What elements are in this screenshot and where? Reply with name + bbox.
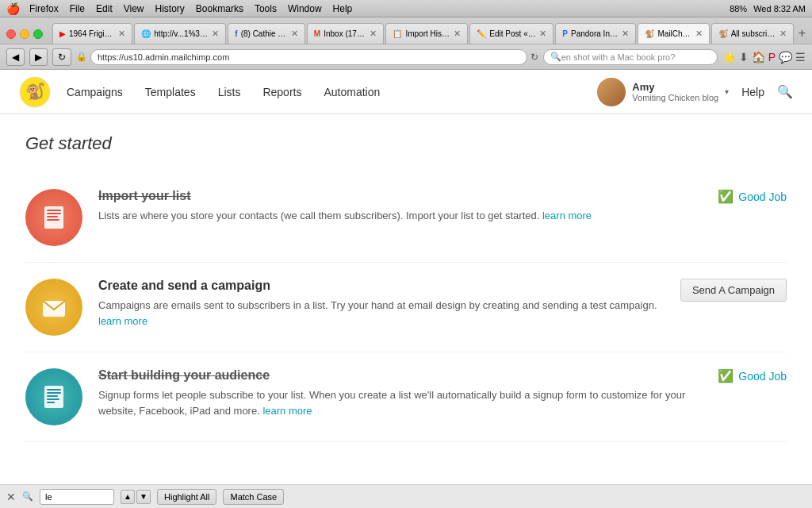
find-next-button[interactable]: ▼ xyxy=(136,490,151,504)
forward-button[interactable]: ▶ xyxy=(29,48,48,66)
browser-tab[interactable]: 📋 Import Histor... ✕ xyxy=(385,23,468,44)
browser-tab[interactable]: P Pandora Inter... ✕ xyxy=(555,23,636,44)
browser-tab[interactable]: f (8) Cathie Fo... ✕ xyxy=(228,23,305,44)
mailchimp-logo[interactable]: 🐒 xyxy=(19,76,51,108)
pinterest-icon[interactable]: P xyxy=(768,51,776,64)
help-button[interactable]: Help xyxy=(741,86,764,98)
browser-tab-active[interactable]: 🐒 MailChim... ✕ xyxy=(638,23,709,44)
list-item: Create and send a campaign Campaigns are… xyxy=(25,263,787,352)
nav-campaigns[interactable]: Campaigns xyxy=(67,83,123,102)
find-bar: ✕ 🔍 ▲ ▼ Highlight All Match Case xyxy=(0,484,812,508)
menu-edit[interactable]: Edit xyxy=(96,3,113,14)
good-job-label-2: Good Job xyxy=(738,370,787,383)
nav-automation[interactable]: Automation xyxy=(324,83,380,102)
svg-text:🐒: 🐒 xyxy=(25,82,45,101)
svg-rect-11 xyxy=(47,395,58,397)
campaign-title: Create and send a campaign xyxy=(98,279,665,293)
user-blog: Vomiting Chicken blog xyxy=(632,93,718,102)
app-header: 🐒 Campaigns Templates Lists Reports Auto… xyxy=(0,70,812,114)
mac-menu-bar: 🍎 Firefox File Edit View History Bookmar… xyxy=(0,0,812,17)
browser-tab[interactable]: M Inbox (17) –... ✕ xyxy=(307,23,385,44)
window-controls xyxy=(6,29,43,39)
nav-templates[interactable]: Templates xyxy=(145,83,196,102)
user-name: Amy xyxy=(632,81,718,93)
home-icon[interactable]: 🏠 xyxy=(752,51,765,64)
address-bar[interactable]: https://us10.admin.mailchimp.com xyxy=(90,49,527,65)
search-icon[interactable]: 🔍 xyxy=(777,84,793,99)
browser-tab[interactable]: ▶ 1964 Frigidai... ✕ xyxy=(52,23,132,44)
close-window-button[interactable] xyxy=(6,29,16,39)
good-job-badge: ✅ Good Job xyxy=(718,189,787,204)
svg-rect-12 xyxy=(47,398,59,400)
audience-action: ✅ Good Job xyxy=(718,368,787,383)
back-button[interactable]: ◀ xyxy=(6,48,25,66)
maximize-window-button[interactable] xyxy=(33,29,43,39)
find-input[interactable] xyxy=(45,492,109,502)
send-campaign-button[interactable]: Send A Campaign xyxy=(680,279,787,302)
find-arrows: ▲ ▼ xyxy=(121,490,151,504)
import-list-action: ✅ Good Job xyxy=(718,189,787,204)
browser-tab[interactable]: 🌐 http://v...1%3A3.7 ✕ xyxy=(134,23,226,44)
campaign-action: Send A Campaign xyxy=(680,279,787,302)
main-content: Get started Import your list Lists are w… xyxy=(0,114,812,484)
list-item: Start building your audience Signup form… xyxy=(25,352,787,442)
menu-tools[interactable]: Tools xyxy=(255,3,277,14)
import-list-title: Import your list xyxy=(98,189,702,203)
browser-nav-bar: ◀ ▶ ↻ 🔒 https://us10.admin.mailchimp.com… xyxy=(0,44,812,70)
check-circle-icon-2: ✅ xyxy=(718,368,733,383)
audience-title: Start building your audience xyxy=(98,368,702,383)
import-list-desc: Lists are where you store your contacts … xyxy=(98,208,702,224)
app-nav: Campaigns Templates Lists Reports Automa… xyxy=(67,83,597,102)
audience-content: Start building your audience Signup form… xyxy=(98,368,702,418)
menu-firefox[interactable]: Firefox xyxy=(29,3,59,14)
menu-file[interactable]: File xyxy=(70,3,85,14)
campaign-learn-more[interactable]: learn more xyxy=(98,315,147,327)
bookmark-icon[interactable]: ⭐ xyxy=(722,51,736,64)
find-close-button[interactable]: ✕ xyxy=(6,491,16,503)
search-bar[interactable]: 🔍 en shot with a Mac book pro? xyxy=(543,49,718,65)
menu-view[interactable]: View xyxy=(124,3,144,14)
svg-rect-5 xyxy=(47,216,58,217)
menu-help[interactable]: Help xyxy=(333,3,353,14)
find-prev-button[interactable]: ▲ xyxy=(121,490,135,504)
app-header-right: Amy Vomiting Chicken blog ▾ Help 🔍 xyxy=(597,78,793,106)
user-text: Amy Vomiting Chicken blog xyxy=(632,81,718,102)
nav-reports[interactable]: Reports xyxy=(262,83,301,102)
menu-bar-right: 88% Wed 8:32 AM xyxy=(730,4,806,13)
browser-tab[interactable]: ✏️ Edit Post «vo... ✕ xyxy=(469,23,553,44)
minimize-window-button[interactable] xyxy=(20,29,29,39)
menu-icon[interactable]: ☰ xyxy=(795,51,806,64)
download-icon[interactable]: ⬇ xyxy=(739,51,749,64)
audience-learn-more[interactable]: learn more xyxy=(262,405,312,417)
find-input-wrap xyxy=(40,489,114,505)
menu-items: Firefox File Edit View History Bookmarks… xyxy=(29,3,352,14)
user-menu[interactable]: Amy Vomiting Chicken blog ▾ xyxy=(597,78,729,106)
menu-history[interactable]: History xyxy=(155,3,185,14)
menu-bookmarks[interactable]: Bookmarks xyxy=(196,3,243,14)
avatar-image xyxy=(597,78,626,106)
browser-tab-bar: ▶ 1964 Frigidai... ✕ 🌐 http://v...1%3A3.… xyxy=(0,17,812,44)
chat-icon[interactable]: 💬 xyxy=(779,51,792,64)
highlight-all-button[interactable]: Highlight All xyxy=(157,489,216,505)
campaign-icon xyxy=(25,279,82,336)
apple-menu[interactable]: 🍎 xyxy=(6,2,20,15)
menu-window[interactable]: Window xyxy=(288,3,322,14)
check-circle-icon: ✅ xyxy=(718,189,733,204)
svg-rect-6 xyxy=(47,219,59,221)
svg-rect-13 xyxy=(47,402,55,403)
page-title: Get started xyxy=(25,133,787,154)
browser-tab[interactable]: 🐒 All subscribe... ✕ xyxy=(711,23,794,44)
browser-action-icons: ⭐ ⬇ 🏠 P 💬 ☰ xyxy=(722,51,806,64)
nav-lists[interactable]: Lists xyxy=(218,83,241,102)
audience-icon xyxy=(25,368,82,425)
refresh-icon[interactable]: ↻ xyxy=(530,52,538,63)
import-list-learn-more[interactable]: learn more xyxy=(542,210,592,221)
new-tab-button[interactable]: + xyxy=(799,26,806,40)
find-icon: 🔍 xyxy=(22,491,33,502)
good-job-label: Good Job xyxy=(738,190,787,203)
match-case-button[interactable]: Match Case xyxy=(223,489,284,505)
import-list-content: Import your list Lists are where you sto… xyxy=(98,189,702,224)
import-list-icon xyxy=(25,189,82,246)
campaign-desc: Campaigns are emails sent to subscribers… xyxy=(98,298,665,329)
reload-button[interactable]: ↻ xyxy=(52,48,71,66)
